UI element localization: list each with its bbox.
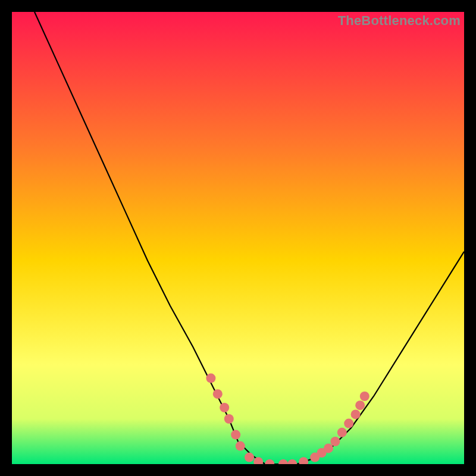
- marker-dot: [224, 414, 234, 424]
- chart-frame: TheBottleneck.com: [12, 12, 464, 464]
- marker-dot: [206, 374, 215, 383]
- marker-dot: [355, 400, 365, 410]
- marker-dot: [330, 437, 340, 446]
- marker-dot: [220, 403, 229, 412]
- bottleneck-chart: [12, 12, 464, 464]
- marker-dot: [231, 430, 240, 440]
- marker-dot: [324, 443, 333, 453]
- marker-dot: [351, 409, 361, 419]
- marker-dot: [360, 392, 369, 401]
- gradient-background: [12, 12, 464, 464]
- marker-dot: [337, 428, 347, 437]
- marker-dot: [236, 441, 245, 451]
- marker-dot: [245, 453, 254, 462]
- marker-dot: [344, 419, 353, 428]
- marker-dot: [213, 389, 223, 399]
- watermark-text: TheBottleneck.com: [338, 13, 461, 29]
